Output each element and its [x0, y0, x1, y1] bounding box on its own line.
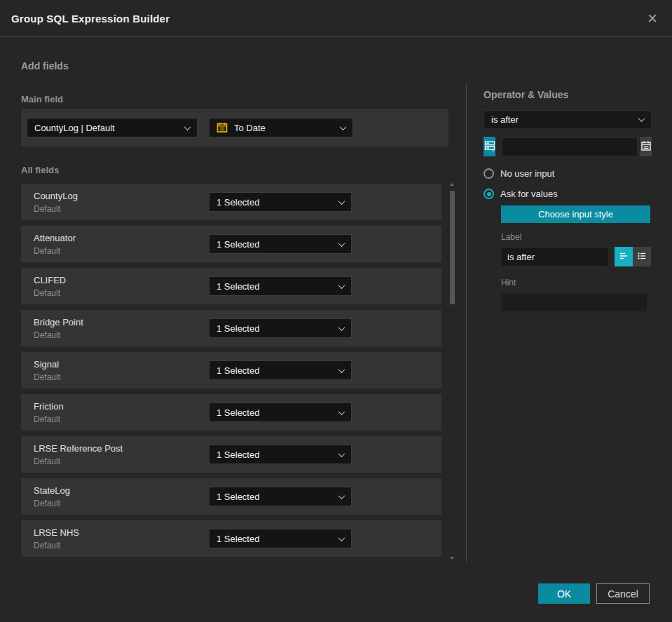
- field-name: LRSE NHS: [34, 527, 209, 538]
- align-left-icon: [619, 251, 629, 263]
- panel-divider: [466, 84, 467, 562]
- chevron-down-icon: [340, 123, 347, 130]
- field-values-select[interactable]: 1 Selected: [209, 318, 352, 338]
- field-name: Attenuator: [34, 233, 209, 243]
- stacked-values-icon: [484, 140, 495, 154]
- scroll-down-arrow-icon[interactable]: [450, 557, 454, 560]
- field-values-select-value: 1 Selected: [217, 407, 259, 418]
- close-icon[interactable]: ✕: [644, 9, 661, 28]
- chevron-down-icon: [338, 240, 345, 247]
- scrollbar-thumb[interactable]: [450, 191, 455, 304]
- chevron-down-icon: [338, 492, 345, 499]
- field-row: Friction Default 1 Selected: [21, 394, 441, 431]
- field-values-select[interactable]: 1 Selected: [209, 360, 352, 380]
- field-texts: LRSE Reference Post Default: [34, 443, 209, 466]
- field-values-select-value: 1 Selected: [217, 449, 259, 460]
- operator-values-panel: Operator & Values is after: [484, 89, 652, 312]
- value-input[interactable]: [502, 137, 638, 156]
- chevron-down-icon: [184, 123, 191, 130]
- field-values-select[interactable]: 1 Selected: [209, 529, 352, 548]
- field-row: Attenuator Default 1 Selected: [21, 226, 441, 262]
- calendar-icon: [217, 122, 228, 133]
- label-input[interactable]: [501, 248, 609, 266]
- chevron-down-icon: [338, 324, 345, 331]
- choose-input-style-button[interactable]: Choose input style: [501, 205, 650, 223]
- main-field-select[interactable]: CountyLog | Default: [27, 118, 198, 137]
- field-texts: LRSE NHS Default: [34, 527, 209, 550]
- single-value-style-button[interactable]: [615, 247, 633, 266]
- field-texts: CountyLog Default: [34, 191, 209, 214]
- field-name: Friction: [34, 401, 209, 412]
- operator-select[interactable]: is after: [484, 110, 652, 129]
- field-values-select[interactable]: 1 Selected: [209, 234, 352, 254]
- value-row: [484, 137, 652, 156]
- ask-for-values-options: Choose input style Label: [501, 199, 652, 312]
- list-style-button[interactable]: [633, 247, 651, 266]
- hint-label: Hint: [501, 278, 652, 288]
- field-name: CLIFED: [34, 275, 209, 285]
- field-row: LRSE Reference Post Default 1 Selected: [21, 436, 441, 473]
- chevron-down-icon: [338, 198, 345, 205]
- list-scrollbar[interactable]: [449, 180, 455, 562]
- label-label: Label: [501, 232, 652, 242]
- field-values-select-value: 1 Selected: [217, 323, 259, 334]
- field-name: StateLog: [34, 485, 209, 496]
- field-name: LRSE Reference Post: [34, 443, 209, 454]
- radio-ask-for-values[interactable]: Ask for values: [484, 189, 652, 199]
- field-values-select-value: 1 Selected: [217, 239, 259, 250]
- chevron-down-icon: [338, 408, 345, 415]
- field-values-select-value: 1 Selected: [217, 281, 259, 292]
- chevron-down-icon: [338, 534, 345, 541]
- field-type-select[interactable]: To Date: [209, 118, 353, 137]
- all-fields-list: CountyLog Default 1 Selected Attenuator …: [21, 184, 441, 562]
- group-sql-expression-builder-dialog: Group SQL Expression Builder ✕ Add field…: [0, 0, 672, 622]
- main-field-select-value: CountyLog | Default: [34, 123, 115, 133]
- field-values-select[interactable]: 1 Selected: [209, 403, 352, 422]
- field-subtitle: Default: [34, 246, 209, 256]
- field-texts: StateLog Default: [34, 485, 209, 508]
- label-row: [501, 247, 652, 266]
- field-values-select-value: 1 Selected: [217, 365, 259, 376]
- field-texts: Bridge Point Default: [34, 317, 209, 340]
- field-subtitle: Default: [34, 330, 209, 340]
- field-values-select[interactable]: 1 Selected: [209, 487, 352, 506]
- radio-ask-for-values-label: Ask for values: [500, 189, 558, 199]
- chevron-down-icon: [338, 366, 345, 373]
- field-subtitle: Default: [34, 288, 209, 298]
- field-subtitle: Default: [34, 541, 209, 550]
- field-texts: Attenuator Default: [34, 233, 209, 256]
- section-title: Add fields: [21, 60, 69, 72]
- field-values-select[interactable]: 1 Selected: [209, 445, 352, 464]
- field-name: CountyLog: [34, 191, 209, 201]
- operator-select-value: is after: [491, 114, 519, 125]
- field-row: StateLog Default 1 Selected: [21, 478, 441, 515]
- main-field-panel: CountyLog | Default To Date: [21, 109, 448, 147]
- field-texts: Signal Default: [34, 359, 209, 382]
- main-field-label: Main field: [21, 94, 63, 104]
- all-fields-label: All fields: [21, 165, 59, 175]
- ok-button[interactable]: OK: [538, 583, 590, 604]
- field-row: LRSE NHS Default 1 Selected: [21, 520, 441, 557]
- field-values-select[interactable]: 1 Selected: [209, 276, 352, 296]
- field-values-select[interactable]: 1 Selected: [209, 192, 352, 212]
- hint-input[interactable]: [501, 293, 647, 312]
- field-name: Signal: [34, 359, 209, 370]
- date-picker-button[interactable]: [640, 137, 652, 156]
- radio-no-user-input[interactable]: No user input: [484, 168, 652, 179]
- dialog-title: Group SQL Expression Builder: [11, 13, 170, 25]
- field-subtitle: Default: [34, 414, 209, 424]
- unique-values-button[interactable]: [484, 137, 495, 156]
- chevron-down-icon: [638, 115, 645, 122]
- field-row: CLIFED Default 1 Selected: [21, 268, 441, 304]
- radio-icon: [484, 168, 494, 179]
- field-name: Bridge Point: [34, 317, 209, 327]
- scroll-up-arrow-icon[interactable]: [450, 183, 454, 186]
- field-subtitle: Default: [34, 457, 209, 466]
- field-subtitle: Default: [34, 499, 209, 508]
- field-values-select-value: 1 Selected: [217, 534, 259, 544]
- cancel-button[interactable]: Cancel: [596, 583, 650, 604]
- calendar-icon: [640, 140, 652, 154]
- dialog-header: Group SQL Expression Builder ✕: [0, 0, 672, 37]
- field-texts: CLIFED Default: [34, 275, 209, 298]
- field-texts: Friction Default: [34, 401, 209, 424]
